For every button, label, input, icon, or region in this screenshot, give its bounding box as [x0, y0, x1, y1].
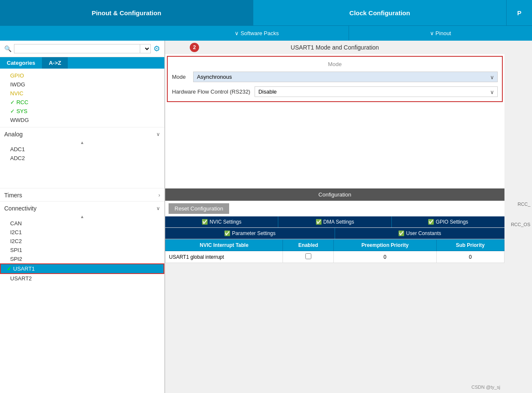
tab-nvic-settings[interactable]: ✅ NVIC Settings [165, 216, 278, 227]
tab-gpio-settings[interactable]: ✅ GPIO Settings [392, 216, 504, 227]
mode-section-title: Mode [172, 61, 498, 67]
check-icon: ✓ [7, 266, 11, 272]
reset-config-button[interactable]: Reset Configuration [169, 203, 229, 214]
col-enabled: Enabled [283, 240, 334, 251]
table-row: USART1 global interrupt 0 [166, 251, 504, 263]
badge-2: 2 [190, 43, 199, 52]
tab-user-constants[interactable]: ✅ User Constants [335, 228, 504, 239]
p-tab[interactable]: P [507, 0, 532, 25]
section-connectivity[interactable]: Connectivity ∨ [0, 201, 164, 214]
col-nvic-interrupt: NVIC Interrupt Table [166, 240, 283, 251]
chevron-right-icon: › [158, 192, 160, 198]
pinout-menu[interactable]: ∨ Pinout [349, 26, 532, 41]
nvic-table: NVIC Interrupt Table Enabled Preemption … [165, 239, 504, 263]
rcc-label-2: RCC_OS [511, 222, 530, 227]
tab-atoz[interactable]: A->Z [42, 57, 68, 69]
list-item-i2c2[interactable]: I2C2 [0, 237, 164, 246]
interrupt-name: USART1 global interrupt [166, 251, 283, 263]
usart-title: 2 USART1 Mode and Configuration [165, 41, 504, 54]
gpio-tab-icon: ✅ [428, 219, 434, 225]
list-item-iwdg[interactable]: IWDG [0, 80, 164, 89]
section-timers[interactable]: Timers › [0, 188, 164, 201]
list-item-sys[interactable]: ✓ SYS [0, 107, 164, 116]
col-preemption: Preemption Priority [334, 240, 436, 251]
tab-dma-settings[interactable]: ✅ DMA Settings [278, 216, 391, 227]
param-tab-icon: ✅ [224, 230, 230, 236]
user-constants-tab-icon: ✅ [398, 230, 405, 236]
section-timers-label: Timers [4, 192, 22, 199]
config-title-bar: Configuration [165, 188, 504, 201]
section-analog-label: Analog [4, 131, 23, 138]
software-packs-menu[interactable]: ∨ Software Packs [165, 26, 349, 41]
list-item-can[interactable]: CAN [0, 219, 164, 228]
mode-select[interactable]: Asynchronous Synchronous Disable [193, 72, 498, 82]
list-item-nvic[interactable]: NVIC [0, 89, 164, 98]
col-sub-priority: Sub Priority [436, 240, 504, 251]
chevron-down-icon: ∨ [156, 131, 160, 137]
hw-flow-label: Hardware Flow Control (RS232) [172, 89, 250, 95]
hw-flow-select[interactable]: Disable Enable [255, 86, 498, 97]
tab-categories[interactable]: Categories [0, 57, 42, 69]
dma-tab-icon: ✅ [316, 219, 322, 225]
section-analog[interactable]: Analog ∨ [0, 127, 164, 140]
list-item-spi1[interactable]: SPI1 [0, 246, 164, 255]
sub-priority-value: 0 [436, 251, 504, 263]
chevron-down-icon-connectivity: ∨ [156, 205, 160, 211]
search-dropdown[interactable] [140, 44, 150, 53]
tab-parameter-settings[interactable]: ✅ Parameter Settings [165, 228, 335, 239]
list-item-i2c1[interactable]: I2C1 [0, 228, 164, 237]
rcc-label-1: RCC_ [518, 202, 530, 207]
list-item-spi2[interactable]: SPI2 [0, 255, 164, 263]
list-item-rcc[interactable]: ✓ RCC [0, 98, 164, 107]
section-connectivity-label: Connectivity [4, 205, 36, 212]
preemption-value: 0 [334, 251, 436, 263]
list-item-adc2[interactable]: ADC2 [0, 154, 164, 163]
watermark: CSDN @ty_sj [471, 385, 500, 390]
list-item-gpio[interactable]: GPIO [0, 71, 164, 80]
list-item-usart2[interactable]: USART2 [0, 274, 164, 283]
search-icon: 🔍 [4, 45, 11, 52]
gear-icon[interactable]: ⚙ [153, 44, 160, 53]
mode-label: Mode [172, 74, 189, 80]
list-item-adc1[interactable]: ADC1 [0, 145, 164, 154]
search-input[interactable] [14, 44, 140, 53]
pinout-config-tab[interactable]: Pinout & Configuration [0, 0, 253, 25]
list-item-wwdg[interactable]: WWDG [0, 116, 164, 125]
list-item-usart1[interactable]: ✓ USART1 [0, 263, 164, 274]
enabled-checkbox[interactable] [305, 253, 311, 259]
nvic-tab-icon: ✅ [202, 219, 208, 225]
clock-config-tab[interactable]: Clock Configuration [253, 0, 507, 25]
